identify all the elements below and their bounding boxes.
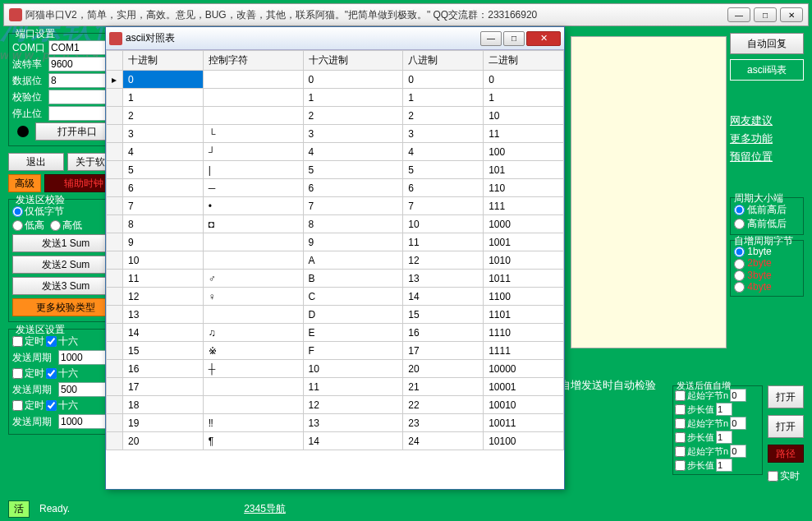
grid-cell[interactable]: 1	[484, 89, 564, 107]
grid-cell[interactable]: ¶	[203, 432, 303, 450]
inc-step-check-2[interactable]	[675, 460, 686, 471]
grid-cell[interactable]: 6	[303, 179, 403, 197]
grid-cell[interactable]: 9	[123, 233, 204, 251]
grid-cell[interactable]: D	[303, 306, 403, 324]
grid-cell[interactable]: 0	[303, 71, 403, 89]
grid-cell[interactable]: 1	[123, 89, 204, 107]
grid-cell[interactable]: 110	[484, 179, 564, 197]
hex-check-2[interactable]	[46, 400, 57, 411]
grid-cell[interactable]: 5	[403, 161, 484, 179]
ascii-grid[interactable]: 十进制控制字符十六进制八进制二进制 ▸00001111222103└33114┘…	[106, 50, 564, 489]
grid-cell[interactable]: 7	[123, 197, 204, 215]
table-row[interactable]: 19‼132310011	[107, 414, 564, 432]
table-row[interactable]: 1111	[107, 89, 564, 107]
grid-cell[interactable]: 1000	[484, 215, 564, 233]
grid-cell[interactable]: 22	[403, 396, 484, 414]
grid-cell[interactable]: ‼	[203, 414, 303, 432]
open1-button[interactable]: 打开	[768, 385, 804, 408]
inc-start-input-1[interactable]	[730, 417, 746, 430]
inc-start-check-1[interactable]	[675, 418, 686, 429]
grid-cell[interactable]: ♀	[203, 288, 303, 306]
right-link-2[interactable]: 预留位置	[730, 150, 804, 164]
grid-cell[interactable]: 20	[403, 360, 484, 378]
grid-cell[interactable]: 2	[123, 107, 204, 125]
grid-cell[interactable]: 10000	[484, 360, 564, 378]
grid-cell[interactable]: 10100	[484, 432, 564, 450]
incbyte-radio-2[interactable]	[734, 270, 745, 281]
grid-cell[interactable]: 14	[303, 432, 403, 450]
open2-button[interactable]: 打开	[768, 415, 804, 438]
grid-cell[interactable]: 2	[403, 107, 484, 125]
grid-cell[interactable]: E	[303, 324, 403, 342]
table-row[interactable]: 7•77111	[107, 197, 564, 215]
grid-cell[interactable]: 12	[123, 288, 204, 306]
grid-cell[interactable]: 8	[303, 215, 403, 233]
grid-cell[interactable]	[203, 251, 303, 270]
grid-cell[interactable]: 13	[303, 414, 403, 432]
table-row[interactable]: 11♂B131011	[107, 270, 564, 288]
right-link-0[interactable]: 网友建议	[730, 113, 804, 128]
grid-cell[interactable]: 6	[123, 179, 204, 197]
grid-cell[interactable]: 18	[123, 396, 204, 414]
grid-cell[interactable]: 10001	[484, 378, 564, 396]
grid-cell[interactable]: 1	[403, 89, 484, 107]
hex-check-0[interactable]	[46, 336, 57, 347]
grid-cell[interactable]: ♂	[203, 270, 303, 288]
low-first-radio[interactable]	[734, 205, 745, 215]
table-row[interactable]: 8◘8101000	[107, 215, 564, 233]
grid-header[interactable]: 八进制	[403, 51, 484, 71]
grid-cell[interactable]: |	[203, 161, 303, 179]
inc-step-input-0[interactable]	[716, 403, 732, 416]
inc-step-input-1[interactable]	[716, 431, 732, 444]
grid-cell[interactable]: ※	[203, 342, 303, 360]
grid-cell[interactable]: 12	[303, 396, 403, 414]
table-row[interactable]: 15※F171111	[107, 342, 564, 360]
grid-cell[interactable]: 3	[403, 125, 484, 143]
grid-cell[interactable]: 15	[403, 306, 484, 324]
grid-cell[interactable]: 1010	[484, 251, 564, 270]
grid-cell[interactable]: 6	[403, 179, 484, 197]
grid-cell[interactable]: A	[303, 251, 403, 270]
timed-check-2[interactable]	[12, 400, 23, 411]
grid-cell[interactable]: •	[203, 197, 303, 215]
dialog-maximize-button[interactable]: □	[503, 31, 525, 46]
incbyte-radio-3[interactable]	[734, 282, 745, 293]
inc-step-check-1[interactable]	[675, 432, 686, 443]
receive-textarea[interactable]	[571, 36, 727, 348]
grid-cell[interactable]: 14	[403, 288, 484, 306]
grid-cell[interactable]: 11	[403, 233, 484, 251]
grid-cell[interactable]	[203, 71, 303, 89]
table-row[interactable]: 99111001	[107, 233, 564, 251]
table-row[interactable]: 4┘44100	[107, 143, 564, 161]
table-row[interactable]: 22210	[107, 107, 564, 125]
grid-cell[interactable]: 15	[123, 342, 204, 360]
grid-cell[interactable]: └	[203, 125, 303, 143]
grid-cell[interactable]	[203, 396, 303, 414]
table-row[interactable]: 6─66110	[107, 179, 564, 197]
dialog-titlebar[interactable]: ascii对照表 — □ ✕	[106, 27, 564, 50]
grid-cell[interactable]: 24	[403, 432, 484, 450]
grid-cell[interactable]: 0	[484, 71, 564, 89]
grid-cell[interactable]: 4	[303, 143, 403, 161]
grid-cell[interactable]: 1111	[484, 342, 564, 360]
auto-reply-button[interactable]: 自动回复	[730, 33, 804, 54]
grid-header[interactable]: 十六进制	[303, 51, 403, 71]
dialog-close-button[interactable]: ✕	[526, 31, 561, 46]
grid-cell[interactable]: ┼	[203, 360, 303, 378]
grid-cell[interactable]: 1110	[484, 324, 564, 342]
grid-cell[interactable]: 12	[403, 251, 484, 270]
grid-cell[interactable]: 21	[403, 378, 484, 396]
grid-cell[interactable]: 11	[303, 378, 403, 396]
grid-cell[interactable]: 17	[403, 342, 484, 360]
grid-cell[interactable]: 100	[484, 143, 564, 161]
grid-cell[interactable]: 10	[123, 251, 204, 270]
grid-cell[interactable]: 10010	[484, 396, 564, 414]
grid-cell[interactable]: C	[303, 288, 403, 306]
maximize-button[interactable]: □	[754, 7, 777, 22]
grid-cell[interactable]: 9	[303, 233, 403, 251]
more-checksum-button[interactable]: 更多校验类型	[12, 298, 119, 316]
grid-cell[interactable]: 8	[123, 215, 204, 233]
inc-start-input-2[interactable]	[730, 445, 746, 458]
grid-cell[interactable]: 101	[484, 161, 564, 179]
incbyte-radio-1[interactable]	[734, 259, 745, 270]
